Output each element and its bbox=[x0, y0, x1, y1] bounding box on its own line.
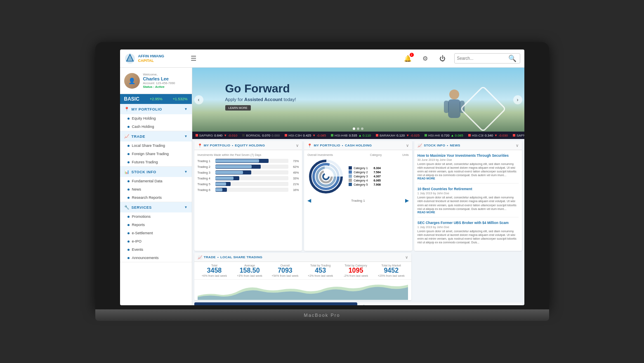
hero-next-button[interactable]: › bbox=[513, 95, 522, 104]
screen: AFFIN HWANG CAPITAL ☰ 🔔 2 ⚙ ⏻ � bbox=[120, 50, 524, 305]
notification-badge: 2 bbox=[410, 53, 414, 57]
stockinfo-news-icon: 📈 bbox=[418, 144, 422, 148]
read-more-2[interactable]: READ MORE bbox=[418, 211, 519, 214]
nav-equity-label: Equity Holding bbox=[132, 116, 156, 120]
nav-item-promotions[interactable]: Promotions bbox=[120, 212, 192, 221]
donut-chart-area: Category 1 6.304 Category 2 7.564 bbox=[307, 158, 409, 195]
nav-header-stockinfo[interactable]: 📊 STOCK INFO ▼ bbox=[120, 167, 192, 177]
hamburger-icon[interactable]: ☰ bbox=[191, 54, 196, 62]
legend-color-1 bbox=[349, 166, 352, 170]
news-expand[interactable]: ∨ bbox=[516, 143, 519, 148]
hero-dot-3[interactable] bbox=[361, 127, 363, 130]
nav-dot bbox=[127, 232, 130, 234]
nav-dot bbox=[127, 257, 130, 259]
donut-prev-button[interactable]: ◀ bbox=[307, 198, 311, 203]
nav-item-events[interactable]: Events bbox=[120, 245, 192, 254]
nav-dot bbox=[127, 249, 130, 251]
portfolio-cash-title: 📍 MY PORTFOLIO • CASH HOLDING bbox=[307, 144, 372, 148]
svg-rect-4 bbox=[448, 99, 460, 118]
hero-cta-button[interactable]: LEARN MORE bbox=[225, 105, 251, 111]
nav-item-eipo[interactable]: e-IPO bbox=[120, 237, 192, 245]
nav-eipo-label: e-IPO bbox=[132, 239, 142, 243]
nav-item-research[interactable]: Research Reports bbox=[120, 193, 192, 202]
legend-color-5 bbox=[349, 183, 352, 186]
legend-color-2 bbox=[349, 170, 352, 174]
hero-prev-button[interactable]: ‹ bbox=[194, 95, 203, 104]
services-reports-title: 🔧 SERVICES • REPORTS bbox=[363, 305, 406, 305]
bar-row-3: Trading 3 49% bbox=[198, 170, 299, 174]
ticker-indicator bbox=[468, 134, 471, 137]
bar-fill-light bbox=[215, 177, 234, 180]
user-info: Welcome, Charles Lee Account: 123-456-78… bbox=[143, 73, 175, 89]
logo-area: AFFIN HWANG CAPITAL ☰ bbox=[124, 53, 196, 64]
nav-item-local-share[interactable]: Local Share Trading bbox=[120, 141, 192, 150]
hero-dot-2[interactable] bbox=[357, 127, 359, 130]
nav-reports-label: Reports bbox=[132, 223, 145, 227]
stat-by-trading: Total by Trading 453 +2% from last week bbox=[304, 264, 337, 277]
services-icon: 🔧 bbox=[124, 205, 129, 210]
nav-item-fundamental[interactable]: Fundamental Data bbox=[120, 177, 192, 185]
nav-item-news[interactable]: News bbox=[120, 185, 192, 193]
nav-dot bbox=[127, 189, 130, 191]
stock-info-expand[interactable]: ∨ bbox=[351, 305, 354, 305]
news-title-1[interactable]: How to Maximize Your Investments Through… bbox=[418, 153, 519, 158]
read-more-1[interactable]: READ MORE bbox=[418, 177, 519, 180]
trading-expand[interactable]: ∨ bbox=[405, 255, 408, 259]
nav-header-services[interactable]: 🔧 SERVICES ▼ bbox=[120, 202, 192, 212]
news-date-2: 1 July 2019 by John Doe bbox=[418, 192, 519, 195]
legend-row-4: Category 4 6.065 bbox=[349, 179, 381, 182]
stockinfo-icon: 📊 bbox=[124, 170, 129, 174]
news-title-3[interactable]: SEC Charges Former UBS Broker with $4 Mi… bbox=[418, 221, 519, 225]
hero-dot-1[interactable] bbox=[353, 127, 355, 130]
news-article-1: How to Maximize Your Investments Through… bbox=[418, 153, 519, 184]
bar-track bbox=[215, 159, 289, 163]
area-chart: Actual Forecasted bbox=[194, 280, 412, 300]
power-button[interactable]: ⏻ bbox=[437, 53, 448, 64]
ticker-bar: SAPNRG 0.640 ▼ -0.010 BORNOIL 0.070 0.00… bbox=[192, 132, 524, 139]
portfolio-icon: 📍 bbox=[198, 144, 202, 148]
ticker-item: SAPNRG 0.640 ▼ -0.010 bbox=[196, 134, 238, 137]
portfolio-equity-expand[interactable]: ∨ bbox=[296, 143, 299, 148]
services-chevron: ▼ bbox=[184, 205, 188, 209]
nav-header-trade[interactable]: 📈 TRADE ▼ bbox=[120, 131, 192, 141]
nav-trade: 📈 TRADE ▼ Local Share Trading Foreign Sh… bbox=[120, 131, 192, 167]
donut-next-button[interactable]: ▶ bbox=[405, 198, 409, 203]
nav-portfolio: 📍 MY PORTFOLIO ▼ Equity Holding Cash Hol… bbox=[120, 104, 192, 131]
nav-esettlement-label: e-Settlement bbox=[132, 231, 153, 235]
nav-item-reports[interactable]: Reports bbox=[120, 221, 192, 229]
nav-services: 🔧 SERVICES ▼ Promotions Reports bbox=[120, 202, 192, 262]
news-title-2[interactable]: 10 Best Countries for Retirement bbox=[418, 187, 519, 191]
news-article-3: SEC Charges Former UBS Broker with $4 Mi… bbox=[418, 221, 519, 248]
portfolio-cash-body: Overall Investments Category Units bbox=[304, 150, 412, 207]
services-expand[interactable]: ∨ bbox=[516, 304, 519, 305]
bar-track bbox=[215, 182, 289, 186]
news-date-3: 1 July 2019 by John Doe bbox=[418, 226, 519, 229]
nav-item-esettlement[interactable]: e-Settlement bbox=[120, 229, 192, 237]
bar-row-5: Trading 5 21% bbox=[198, 182, 299, 186]
nav-dot bbox=[127, 145, 130, 147]
portfolio-equity-panel: 📍 MY PORTFOLIO • EQUITY HOLDING ∨ Invest… bbox=[194, 141, 302, 251]
nav-item-announcements[interactable]: Announcements bbox=[120, 254, 192, 262]
nav-item-foreign-share[interactable]: Foreign Share Trading bbox=[120, 150, 192, 158]
nav-futures-label: Futures Trading bbox=[132, 160, 158, 164]
cash-expand[interactable]: ∨ bbox=[406, 143, 409, 148]
account-type-label: BASIC bbox=[124, 96, 139, 102]
search-input[interactable] bbox=[457, 56, 507, 61]
nav-portfolio-label: MY PORTFOLIO bbox=[132, 107, 182, 111]
ticker-item: BORNOIL 0.070 0.000 bbox=[242, 134, 280, 137]
bar-track bbox=[215, 165, 289, 169]
news-date-1: 30 June 2019 by John Doe bbox=[418, 158, 519, 161]
nav-item-equity[interactable]: Equity Holding bbox=[120, 114, 192, 123]
portfolio-chart-subtitle: Investments Made within the Past Seven (… bbox=[198, 153, 299, 156]
nav-item-futures[interactable]: Futures Trading bbox=[120, 158, 192, 166]
nav-trade-label: TRADE bbox=[132, 134, 182, 139]
nav-header-portfolio[interactable]: 📍 MY PORTFOLIO ▼ bbox=[120, 104, 192, 114]
notification-button[interactable]: 🔔 2 bbox=[402, 53, 414, 64]
nav-item-cash[interactable]: Cash Holding bbox=[120, 123, 192, 131]
news-body-1: Lorem ipsum dolor sit amet, consectetur … bbox=[418, 162, 519, 177]
change2-value: +1.532% bbox=[173, 97, 188, 101]
nav-dot bbox=[127, 180, 130, 182]
dashboard-grid: 📍 MY PORTFOLIO • EQUITY HOLDING ∨ Invest… bbox=[192, 139, 524, 253]
services-reports-header: 🔧 SERVICES • REPORTS ∨ bbox=[359, 302, 522, 305]
settings-button[interactable]: ⚙ bbox=[420, 53, 431, 64]
